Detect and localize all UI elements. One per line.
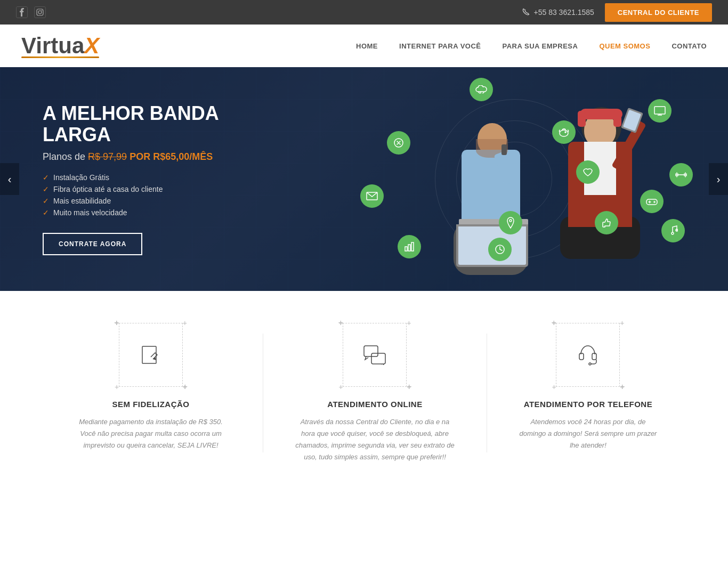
svg-rect-9 <box>411 242 414 251</box>
phone-icon <box>522 8 530 17</box>
green-icon-piggy <box>552 120 576 144</box>
svg-rect-11 <box>654 107 665 114</box>
hero-features: ✓ Instalação Grátis ✓ Fibra óptica até a… <box>43 173 277 217</box>
green-icon-chart <box>398 235 421 258</box>
feature-desc-1: Mediante pagamento da instalação de R$ 3… <box>71 416 231 451</box>
price-old: R$ 97,99 <box>88 151 127 162</box>
svg-rect-16 <box>371 353 385 364</box>
nav-internet[interactable]: INTERNET PARA VOCÊ <box>399 42 481 50</box>
nav-home[interactable]: HOME <box>356 42 378 50</box>
facebook-icon[interactable] <box>16 6 28 18</box>
hero-title: A MELHOR BANDA LARGA <box>43 103 277 145</box>
feature-item-1: ✓ Instalação Grátis <box>43 173 277 182</box>
slider-arrow-right[interactable]: › <box>709 163 728 195</box>
hero-pricing: Planos de R$ 97,99 POR R$65,00/MÊS <box>43 151 277 163</box>
nav-empresa[interactable]: PARA SUA EMPRESA <box>503 42 578 50</box>
phone-number: +55 83 3621.1585 <box>534 8 594 17</box>
features-section: + + + + SEM FIDELIZAÇÃO Mediante pagamen… <box>0 291 728 506</box>
nav-contato[interactable]: CONTATO <box>672 42 707 50</box>
green-icon-screen <box>648 99 672 123</box>
logo-text-x: X <box>84 33 99 58</box>
price-new: POR R$65,00/MÊS <box>130 151 213 162</box>
green-icon-location <box>499 211 522 234</box>
svg-point-10 <box>509 220 512 222</box>
svg-rect-0 <box>37 9 43 15</box>
features-grid: + + + + SEM FIDELIZAÇÃO Mediante pagamen… <box>71 323 657 463</box>
feature-item-2: ✓ Fibra óptica até a casa do cliente <box>43 185 277 193</box>
check-icon-2: ✓ <box>43 185 49 193</box>
green-icon-time <box>488 238 512 261</box>
green-icon-thumbs <box>595 211 618 234</box>
main-nav: HOME INTERNET PARA VOCÊ PARA SUA EMPRESA… <box>356 42 707 50</box>
svg-rect-8 <box>408 245 410 251</box>
phone-area: +55 83 3621.1585 <box>522 8 594 17</box>
green-icon-dumbbell <box>669 163 693 186</box>
feature-item-4: ✓ Muito mais velocidade <box>43 208 277 217</box>
svg-rect-18 <box>592 353 596 360</box>
green-icon-gamepad <box>640 190 664 213</box>
instagram-icon[interactable] <box>34 6 46 18</box>
top-bar-right: +55 83 3621.1585 CENTRAL DO CLIENTE <box>522 3 713 22</box>
slider-arrow-left[interactable]: ‹ <box>0 163 19 195</box>
svg-point-19 <box>589 363 591 365</box>
edit-icon <box>140 344 161 366</box>
nav-quem-somos[interactable]: QUEM SOMOS <box>599 42 650 50</box>
green-icon-cloud <box>470 78 493 101</box>
green-icon-heart <box>576 160 600 184</box>
svg-rect-12 <box>646 199 657 205</box>
svg-point-1 <box>38 11 42 14</box>
person-man <box>443 115 539 291</box>
svg-rect-14 <box>142 346 156 363</box>
feature-desc-2: Através da nossa Central do Cliente, no … <box>295 416 455 463</box>
feature-card-sem-fidelizacao: + + + + SEM FIDELIZAÇÃO Mediante pagamen… <box>71 323 231 463</box>
feature-icon-atendimento-online: + + + + <box>343 323 407 387</box>
svg-point-5 <box>565 132 566 133</box>
chat-icon <box>363 345 386 365</box>
contrate-agora-button[interactable]: CONTRATE AGORA <box>43 233 142 255</box>
green-icon-music <box>661 219 685 242</box>
svg-rect-17 <box>579 353 584 360</box>
hero-visual <box>355 67 728 291</box>
feature-card-atendimento-telefone: + + + + ATENDIMENTO POR TELEFONE Atendem… <box>519 323 657 463</box>
feature-desc-3: Atendemos você 24 horas por dia, de domi… <box>519 416 657 451</box>
svg-point-2 <box>42 10 43 11</box>
logo-text-virtua: Virtua <box>21 33 84 58</box>
svg-rect-7 <box>405 247 407 251</box>
logo: VirtuaX <box>21 35 99 57</box>
feature-title-3: ATENDIMENTO POR TELEFONE <box>524 400 652 409</box>
header: VirtuaX HOME INTERNET PARA VOCÊ PARA SUA… <box>0 25 728 67</box>
check-icon-4: ✓ <box>43 208 49 217</box>
central-cliente-button[interactable]: CENTRAL DO CLIENTE <box>605 3 712 22</box>
feature-item-3: ✓ Mais estabilidade <box>43 197 277 205</box>
svg-rect-15 <box>364 346 378 356</box>
top-bar: +55 83 3621.1585 CENTRAL DO CLIENTE <box>0 0 728 25</box>
feature-title-2: ATENDIMENTO ONLINE <box>327 400 422 409</box>
feature-icon-atendimento-telefone: + + + + <box>556 323 620 387</box>
hero-content: A MELHOR BANDA LARGA Planos de R$ 97,99 … <box>0 103 277 255</box>
hero-subtitle-text: Planos de <box>43 151 85 162</box>
green-icon-mail <box>360 184 384 208</box>
hero-section: A MELHOR BANDA LARGA Planos de R$ 97,99 … <box>0 67 728 291</box>
feature-title-1: SEM FIDELIZAÇÃO <box>112 400 190 409</box>
feature-icon-sem-fidelizacao: + + + + <box>119 323 183 387</box>
headset-icon <box>577 344 599 366</box>
feature-card-atendimento-online: + + + + ATENDIMENTO ONLINE Através da no… <box>295 323 455 463</box>
check-icon-1: ✓ <box>43 173 49 182</box>
svg-point-4 <box>560 130 568 136</box>
check-icon-3: ✓ <box>43 197 49 205</box>
green-icon-tools <box>387 131 410 155</box>
social-links <box>16 6 46 18</box>
